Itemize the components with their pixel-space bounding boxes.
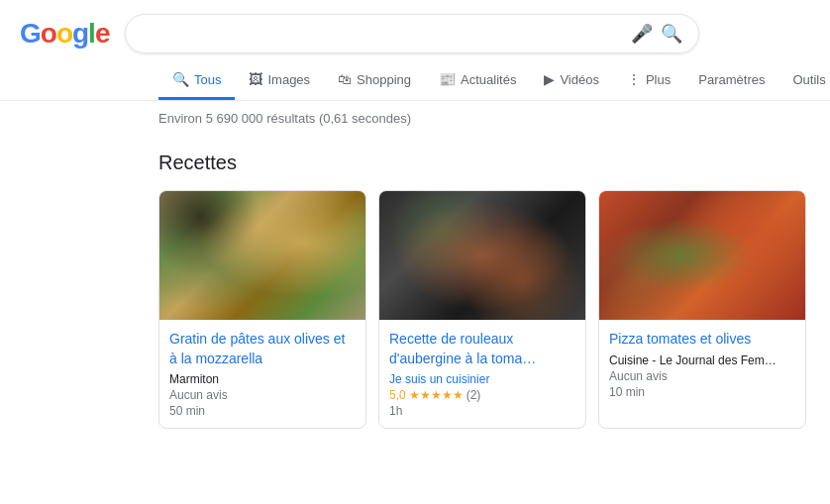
recette-info-2: Recette de rouleaux d'aubergine à la tom… — [379, 320, 585, 428]
search-submit-icon[interactable]: 🔍 — [661, 23, 682, 45]
tab-shopping[interactable]: 🛍 Shopping — [324, 61, 425, 100]
recette-image-2 — [379, 191, 585, 320]
recette-card-2[interactable]: Recette de rouleaux d'aubergine à la tom… — [378, 190, 586, 429]
tab-shopping-label: Shopping — [357, 72, 411, 87]
actualites-icon: 📰 — [439, 71, 456, 87]
tab-tous[interactable]: 🔍 Tous — [158, 61, 235, 100]
tab-videos-label: Vidéos — [560, 72, 599, 87]
recette-link-1[interactable]: Gratin de pâtes aux olives et à la mozza… — [169, 330, 356, 368]
rating-stars-2: ★★★★★ — [409, 388, 464, 402]
tab-plus[interactable]: ⋮ Plus — [613, 61, 684, 100]
header: Google four olives sauce tomate mozzarel… — [0, 0, 830, 53]
tab-plus-label: Plus — [646, 72, 671, 87]
tab-tous-label: Tous — [194, 72, 221, 87]
recette-time-1: 50 min — [169, 404, 356, 418]
recette-time-3: 10 min — [609, 385, 795, 399]
plus-icon: ⋮ — [627, 71, 641, 87]
recette-image-3 — [599, 191, 805, 320]
videos-icon: ▶ — [544, 71, 555, 87]
search-bar: four olives sauce tomate mozzarella 🎤 🔍 — [125, 14, 699, 53]
tous-icon: 🔍 — [172, 71, 189, 87]
tab-actualites-label: Actualités — [461, 72, 516, 87]
results-count: Environ 5 690 000 résultats (0,61 second… — [0, 101, 830, 136]
search-input[interactable]: four olives sauce tomate mozzarella — [142, 26, 623, 43]
tab-outils[interactable]: Outils — [778, 62, 830, 100]
recettes-section: Recettes Gratin de pâtes aux olives et à… — [0, 136, 830, 449]
tab-images[interactable]: 🖼 Images — [235, 61, 324, 100]
recette-time-2: 1h — [389, 404, 575, 418]
tab-actualites[interactable]: 📰 Actualités — [425, 61, 530, 100]
recette-info-3: Pizza tomates et olives Cuisine - Le Jou… — [599, 320, 805, 409]
tab-parametres[interactable]: Paramètres — [684, 62, 778, 100]
recette-source-1: Marmiton — [169, 372, 356, 386]
recette-info-1: Gratin de pâtes aux olives et à la mozza… — [159, 320, 365, 428]
recette-link-2[interactable]: Recette de rouleaux d'aubergine à la tom… — [389, 330, 575, 368]
rating-score-2: 5,0 — [389, 388, 406, 402]
recette-source-3: Cuisine - Le Journal des Fem… — [609, 353, 795, 367]
shopping-icon: 🛍 — [338, 71, 352, 87]
tab-outils-label: Outils — [792, 72, 825, 87]
recette-source-2: Je suis un cuisinier — [389, 372, 575, 386]
recette-avis-1: Aucun avis — [169, 388, 356, 402]
rating-count-2: (2) — [467, 388, 481, 402]
tab-videos[interactable]: ▶ Vidéos — [530, 61, 613, 100]
recettes-title: Recettes — [158, 151, 810, 174]
recette-rating-2: 5,0 ★★★★★ (2) — [389, 388, 575, 402]
recette-link-3[interactable]: Pizza tomates et olives — [609, 330, 795, 350]
voice-search-icon[interactable]: 🎤 — [631, 23, 653, 45]
recette-avis-3: Aucun avis — [609, 369, 795, 383]
google-logo[interactable]: Google — [20, 18, 109, 50]
recette-card-1[interactable]: Gratin de pâtes aux olives et à la mozza… — [158, 190, 366, 429]
recette-image-1 — [159, 191, 365, 320]
recettes-grid: Gratin de pâtes aux olives et à la mozza… — [158, 190, 810, 429]
nav-tabs: 🔍 Tous 🖼 Images 🛍 Shopping 📰 Actualités … — [0, 53, 830, 101]
tab-images-label: Images — [267, 72, 310, 87]
images-icon: 🖼 — [249, 71, 262, 87]
recette-card-3[interactable]: Pizza tomates et olives Cuisine - Le Jou… — [598, 190, 806, 429]
tab-parametres-label: Paramètres — [698, 72, 765, 87]
